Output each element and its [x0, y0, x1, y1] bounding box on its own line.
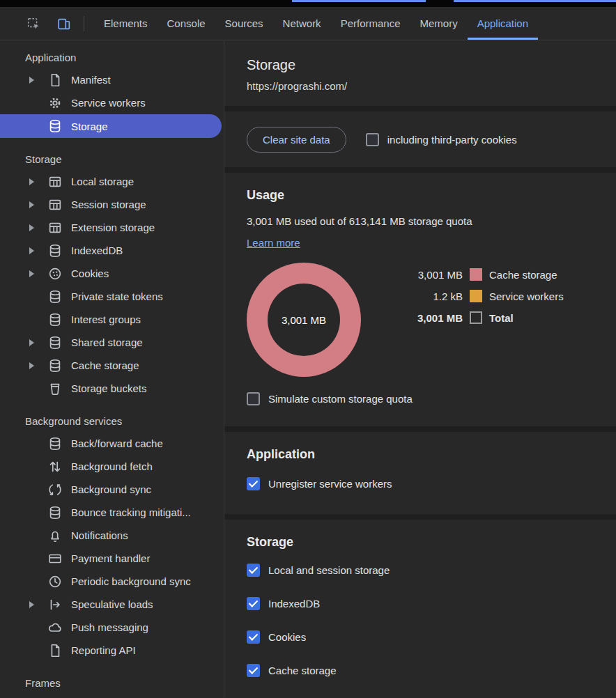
sidebar-section-title-frames: Frames: [0, 673, 224, 694]
sidebar-item-back-forward-cache[interactable]: Back/forward cache: [0, 432, 224, 455]
clear-site-data-section: Clear site data including third-party co…: [224, 111, 616, 167]
local-and-session-storage-checkbox[interactable]: [247, 564, 260, 577]
tab-application[interactable]: Application: [468, 7, 538, 40]
service-worker-gear-icon: [47, 95, 63, 111]
sidebar-item-label: Bounce tracking mitigati...: [71, 506, 191, 518]
sidebar-item-label: Push messaging: [71, 621, 148, 633]
expand-arrow-icon[interactable]: [29, 339, 47, 346]
database-icon: [47, 312, 63, 327]
including-third-party-cookies-checkbox[interactable]: [366, 133, 379, 146]
expand-arrow-icon[interactable]: [29, 270, 47, 277]
sidebar-item-storage-buckets[interactable]: Storage buckets: [0, 377, 224, 400]
sidebar-item-background-fetch[interactable]: Background fetch: [0, 455, 224, 478]
total-swatch: [470, 311, 482, 324]
sidebar-item-manifest[interactable]: Manifest: [0, 68, 224, 91]
legend-label: Cache storage: [489, 269, 557, 281]
sidebar-item-session-storage[interactable]: Session storage: [0, 193, 224, 216]
toolbar-separator: [84, 16, 84, 31]
tab-sources[interactable]: Sources: [215, 7, 273, 40]
tab-memory[interactable]: Memory: [410, 7, 468, 40]
tab-network[interactable]: Network: [273, 7, 331, 40]
sidebar-item-label: Service workers: [71, 97, 146, 109]
sidebar-item-label: IndexedDB: [71, 245, 123, 256]
storage-header-section: Storage https://prograshi.com/: [224, 40, 616, 106]
sidebar-item-interest-groups[interactable]: Interest groups: [0, 308, 224, 331]
site-url: https://prograshi.com/: [247, 80, 594, 92]
checkbox-label: Cache storage: [268, 665, 337, 676]
sidebar-item-label: Cache storage: [71, 359, 139, 371]
storage-quota-text: 3,001 MB used out of 613,141 MB storage …: [247, 215, 594, 227]
usage-section: Usage 3,001 MB used out of 613,141 MB st…: [224, 173, 616, 426]
sidebar-item-storage[interactable]: Storage: [0, 114, 222, 138]
clear-site-data-button[interactable]: Clear site data: [247, 127, 346, 153]
sidebar-item-label: Back/forward cache: [71, 437, 163, 449]
learn-more-link[interactable]: Learn more: [247, 237, 300, 249]
sidebar-item-local-storage[interactable]: Local storage: [0, 170, 224, 193]
sidebar-section-title-application: Application: [0, 47, 224, 68]
legend-value: 3,001 MB: [400, 269, 463, 281]
expand-arrow-icon[interactable]: [29, 178, 47, 185]
expand-arrow-icon[interactable]: [29, 201, 47, 208]
toolbar-icons: [0, 7, 74, 40]
sidebar-item-bounce-tracking-mitigations[interactable]: Bounce tracking mitigati...: [0, 501, 224, 524]
sidebar-item-periodic-background-sync[interactable]: Periodic background sync: [0, 570, 224, 593]
devtools-toolbar: Elements Console Sources Network Perform…: [0, 7, 616, 40]
device-toolbar-icon[interactable]: [54, 14, 74, 33]
sidebar-item-payment-handler[interactable]: Payment handler: [0, 547, 224, 570]
application-section: Application Unregister service workers: [224, 432, 616, 514]
tab-elements[interactable]: Elements: [94, 7, 157, 40]
checkbox-label: including third-party cookies: [387, 134, 517, 146]
sidebar-item-cookies[interactable]: Cookies: [0, 262, 224, 285]
sidebar-item-label: Background fetch: [71, 460, 153, 472]
sidebar-item-label: Local storage: [71, 176, 134, 187]
legend-row-total: 3,001 MB Total: [400, 311, 564, 324]
sidebar-item-reporting-api[interactable]: Reporting API: [0, 639, 224, 662]
checkbox-label: Cookies: [268, 631, 306, 643]
simulate-quota-checkbox-row: Simulate custom storage quota: [247, 392, 594, 405]
storage-checkbox-list: Local and session storage IndexedDB Cook…: [247, 564, 594, 677]
sidebar-item-background-sync[interactable]: Background sync: [0, 478, 224, 501]
sync-icon: [47, 482, 63, 497]
indexeddb-checkbox[interactable]: [247, 597, 260, 610]
cookie-icon: [47, 266, 63, 281]
payment-card-icon: [47, 551, 63, 566]
table-icon: [47, 220, 63, 235]
sidebar-item-notifications[interactable]: Notifications: [0, 524, 224, 547]
sidebar-item-service-workers[interactable]: Service workers: [0, 91, 224, 114]
cloud-icon: [47, 620, 63, 635]
expand-arrow-icon[interactable]: [29, 77, 47, 84]
simulate-custom-storage-quota-checkbox[interactable]: [247, 392, 260, 405]
table-icon: [47, 174, 63, 189]
sidebar-item-shared-storage[interactable]: Shared storage: [0, 331, 224, 354]
usage-chart-row: 3,001 MB 3,001 MB Cache storage 1.2 kB S…: [247, 263, 594, 377]
storage-options-section: Storage Local and session storage Indexe…: [224, 520, 616, 697]
unregister-service-workers-checkbox[interactable]: [247, 477, 260, 490]
cache-storage-checkbox[interactable]: [247, 664, 260, 677]
sidebar-item-extension-storage[interactable]: Extension storage: [0, 216, 224, 239]
cookies-checkbox[interactable]: [247, 630, 260, 644]
sidebar-item-label: Background sync: [71, 483, 151, 495]
expand-arrow-icon[interactable]: [29, 247, 47, 254]
sidebar-section-title-background-services: Background services: [0, 411, 224, 432]
sidebar-item-cache-storage[interactable]: Cache storage: [0, 354, 224, 377]
expand-arrow-icon[interactable]: [29, 362, 47, 369]
sidebar-item-indexeddb[interactable]: IndexedDB: [0, 239, 224, 262]
tab-console[interactable]: Console: [157, 7, 215, 40]
expand-arrow-icon[interactable]: [29, 601, 47, 608]
page-title: Storage: [247, 57, 594, 73]
sidebar-item-label: Speculative loads: [71, 598, 153, 610]
sidebar-section-title-storage: Storage: [0, 149, 224, 170]
inspect-icon[interactable]: [24, 14, 43, 33]
cache-storage-row: Cache storage: [247, 664, 594, 677]
document-icon: [47, 72, 63, 88]
sidebar-item-private-state-tokens[interactable]: Private state tokens: [0, 285, 224, 308]
application-title: Application: [247, 447, 594, 462]
expand-arrow-icon[interactable]: [29, 224, 47, 231]
database-icon: [47, 335, 63, 350]
sidebar-item-push-messaging[interactable]: Push messaging: [0, 616, 224, 639]
legend-row-service-workers: 1.2 kB Service workers: [400, 290, 564, 302]
sidebar-item-speculative-loads[interactable]: Speculative loads: [0, 593, 224, 616]
bucket-icon: [47, 381, 63, 396]
tab-performance[interactable]: Performance: [331, 7, 410, 40]
legend-label: Total: [489, 312, 514, 324]
